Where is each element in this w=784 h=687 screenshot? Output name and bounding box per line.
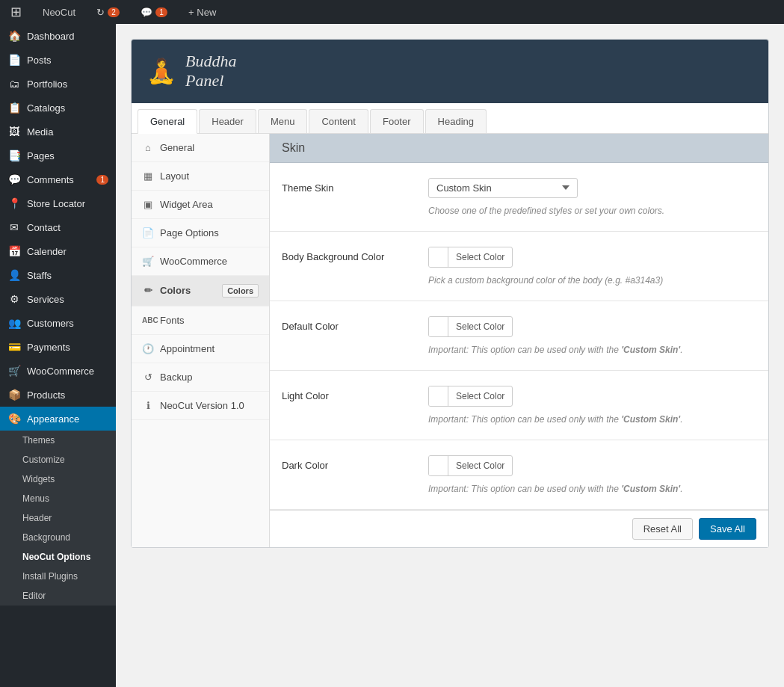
sidebar-label-appearance: Appearance [27, 413, 79, 425]
panel-sidebar-label-backup: Backup [160, 372, 192, 383]
panel-sidebar-label-appointment: Appointment [160, 343, 214, 354]
sidebar-item-store-locator[interactable]: 📍 Store Locator [0, 191, 116, 215]
panel-sidebar-label-general: General [160, 142, 194, 153]
panel-sidebar-general[interactable]: ⌂ General [132, 134, 269, 162]
light-color-swatch [429, 386, 448, 406]
sidebar-item-comments[interactable]: 💬 Comments 1 [0, 167, 116, 191]
default-color-button[interactable]: Select Color [428, 316, 513, 337]
sidebar-item-staffs[interactable]: 👤 Staffs [0, 263, 116, 287]
submenu-background[interactable]: Background [0, 528, 116, 547]
tab-menu[interactable]: Menu [258, 109, 308, 133]
default-color-description: Important: This option can be used only … [428, 345, 756, 355]
sidebar-item-posts[interactable]: 📄 Posts [0, 48, 116, 72]
dark-color-description: Important: This option can be used only … [428, 484, 756, 494]
sidebar-item-customers[interactable]: 👥 Customers [0, 311, 116, 335]
panel-sidebar-widget-area[interactable]: ▣ Widget Area [132, 191, 269, 219]
sidebar-item-services[interactable]: ⚙ Services [0, 287, 116, 311]
sidebar-item-payments[interactable]: 💳 Payments [0, 335, 116, 359]
sidebar-item-woocommerce[interactable]: 🛒 WooCommerce [0, 359, 116, 383]
submenu-customize[interactable]: Customize [0, 450, 116, 469]
sidebar-item-contact[interactable]: ✉ Contact [0, 215, 116, 239]
light-color-button[interactable]: Select Color [428, 386, 513, 407]
tab-content[interactable]: Content [309, 109, 368, 133]
reset-all-button[interactable]: Reset All [632, 518, 693, 540]
sidebar-item-media[interactable]: 🖼 Media [0, 120, 116, 144]
sidebar-item-dashboard[interactable]: 🏠 Dashboard [0, 24, 116, 48]
body-bg-color-button[interactable]: Select Color [428, 247, 513, 268]
tab-header[interactable]: Header [199, 109, 256, 133]
body-bg-color-btn-label: Select Color [448, 249, 512, 265]
new-content-link[interactable]: + New [184, 0, 220, 24]
appearance-submenu: Themes Customize Widgets Menus Header Ba… [0, 431, 116, 606]
default-color-row: Default Color Select Color Important: Th… [270, 301, 768, 371]
panel-footer: Reset All Save All [270, 510, 768, 547]
sidebar-item-products[interactable]: 📦 Products [0, 383, 116, 407]
body-bg-color-top: Body Background Color Select Color [282, 247, 756, 268]
tab-heading[interactable]: Heading [425, 109, 487, 133]
body-bg-color-label: Body Background Color [282, 251, 416, 262]
default-color-btn-label: Select Color [448, 318, 512, 335]
wp-logo[interactable]: ⊞ [6, 0, 26, 24]
save-all-button[interactable]: Save All [699, 518, 756, 540]
theme-skin-control: Custom Skin Default Skin Dark Skin [428, 178, 578, 198]
panel-sidebar-page-options[interactable]: 📄 Page Options [132, 219, 269, 247]
submenu-header[interactable]: Header [0, 508, 116, 528]
panel-sidebar-backup[interactable]: ↺ Backup [132, 363, 269, 392]
light-color-label: Light Color [282, 390, 416, 401]
submenu-themes[interactable]: Themes [0, 431, 116, 450]
sidebar-item-catalogs[interactable]: 📋 Catalogs [0, 96, 116, 120]
sidebar-label-pages: Pages [27, 150, 55, 161]
sidebar-label-contact: Contact [27, 222, 61, 233]
theme-skin-label: Theme Skin [282, 182, 416, 194]
media-icon: 🖼 [7, 126, 21, 138]
sidebar-label-media: Media [27, 126, 53, 138]
sidebar-label-posts: Posts [27, 55, 52, 66]
submenu-menus[interactable]: Menus [0, 489, 116, 508]
submenu-install-plugins[interactable]: Install Plugins [0, 567, 116, 586]
admin-bar: ⊞ NeoCut ↻ 2 💬 1 + New [0, 0, 784, 24]
submenu-neocut-options[interactable]: NeoCut Options [0, 547, 116, 567]
submenu-editor[interactable]: Editor [0, 586, 116, 606]
panel-sidebar-label-version: NeoCut Version 1.0 [160, 400, 244, 411]
default-color-top: Default Color Select Color [282, 316, 756, 337]
panel-header: 🧘 BuddhaPanel [132, 40, 768, 103]
sidebar-label-woocommerce: WooCommerce [27, 366, 94, 377]
sidebar-item-appearance[interactable]: 🎨 Appearance [0, 407, 116, 431]
submenu-widgets[interactable]: Widgets [0, 469, 116, 489]
tab-general[interactable]: General [138, 109, 197, 134]
panel-sidebar-label-fonts: Fonts [160, 315, 185, 326]
panel-body: ⌂ General ▦ Layout ▣ Widget Area 📄 Page … [132, 134, 768, 547]
panel-sidebar-fonts[interactable]: ABC Fonts [132, 306, 269, 335]
site-name-text: NeoCut [43, 7, 75, 18]
body-bg-color-control: Select Color [428, 247, 513, 268]
dark-color-swatch [429, 456, 448, 475]
theme-skin-select[interactable]: Custom Skin Default Skin Dark Skin [428, 178, 578, 198]
tab-footer[interactable]: Footer [370, 109, 424, 133]
staffs-icon: 👤 [7, 269, 21, 281]
panel-sidebar-appointment[interactable]: 🕐 Appointment [132, 335, 269, 363]
comments-menu-badge: 1 [96, 175, 108, 185]
comments-menu-icon: 💬 [7, 173, 21, 185]
comments-link[interactable]: 💬 1 [136, 0, 172, 24]
light-color-top: Light Color Select Color [282, 386, 756, 407]
light-color-description: Important: This option can be used only … [428, 414, 756, 425]
site-name-link[interactable]: NeoCut [38, 0, 80, 24]
panel-sidebar-label-widget-area: Widget Area [160, 199, 213, 210]
colors-badge: Colors [222, 284, 259, 298]
sidebar-item-portfolios[interactable]: 🗂 Portfolios [0, 72, 116, 96]
sidebar-item-calender[interactable]: 📅 Calender [0, 239, 116, 263]
sidebar-label-products: Products [27, 389, 65, 401]
updates-link[interactable]: ↻ 2 [92, 0, 124, 24]
appointment-si-icon: 🕐 [142, 343, 154, 354]
sidebar-label-payments: Payments [27, 342, 70, 353]
panel-sidebar-woocommerce[interactable]: 🛒 WooCommerce [132, 247, 269, 276]
panel-sidebar-layout[interactable]: ▦ Layout [132, 162, 269, 191]
updates-badge: 2 [108, 7, 120, 17]
sidebar-label-customers: Customers [27, 318, 74, 329]
sidebar-item-pages[interactable]: 📑 Pages [0, 144, 116, 167]
admin-sidebar: 🏠 Dashboard 📄 Posts 🗂 Portfolios 📋 Catal… [0, 24, 116, 687]
dark-color-button[interactable]: Select Color [428, 455, 513, 476]
sidebar-label-comments: Comments [27, 174, 74, 185]
sidebar-label-portfolios: Portfolios [27, 78, 67, 90]
panel-sidebar-colors[interactable]: ✏ Colors Colors [132, 276, 269, 306]
